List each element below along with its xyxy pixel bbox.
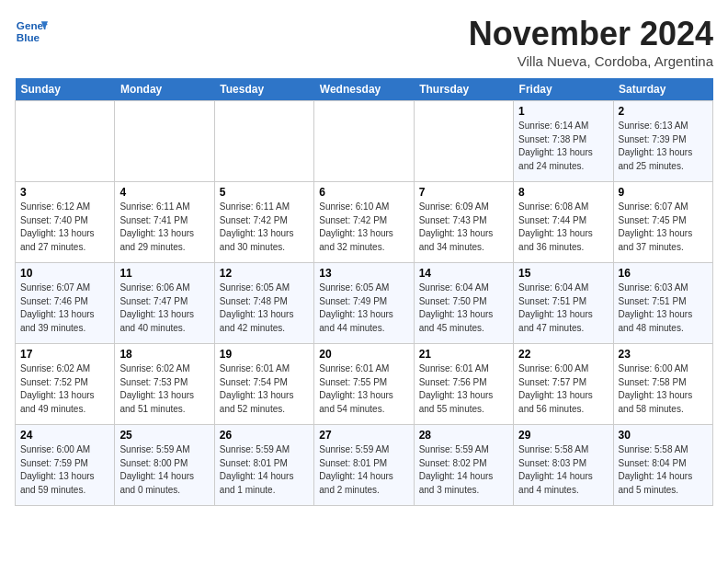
- calendar-cell: 13Sunrise: 6:05 AM Sunset: 7:49 PM Dayli…: [314, 263, 414, 344]
- column-header-monday: Monday: [115, 78, 214, 101]
- calendar-cell: 5Sunrise: 6:11 AM Sunset: 7:42 PM Daylig…: [214, 182, 313, 263]
- day-info: Sunrise: 6:05 AM Sunset: 7:48 PM Dayligh…: [220, 282, 309, 335]
- calendar-cell: 14Sunrise: 6:04 AM Sunset: 7:50 PM Dayli…: [414, 263, 513, 344]
- day-number: 23: [619, 348, 708, 361]
- calendar-cell: [414, 101, 513, 182]
- column-header-thursday: Thursday: [414, 78, 513, 101]
- day-number: 7: [419, 186, 508, 199]
- day-info: Sunrise: 6:07 AM Sunset: 7:45 PM Dayligh…: [619, 201, 708, 254]
- logo-icon: General Blue: [15, 15, 48, 48]
- calendar-week-5: 24Sunrise: 6:00 AM Sunset: 7:59 PM Dayli…: [16, 425, 713, 506]
- day-info: Sunrise: 6:03 AM Sunset: 7:51 PM Dayligh…: [619, 282, 708, 335]
- day-info: Sunrise: 6:05 AM Sunset: 7:49 PM Dayligh…: [319, 282, 408, 335]
- day-info: Sunrise: 5:58 AM Sunset: 8:04 PM Dayligh…: [619, 443, 708, 497]
- day-number: 6: [319, 186, 408, 199]
- day-number: 27: [319, 429, 408, 442]
- calendar-cell: 11Sunrise: 6:06 AM Sunset: 7:47 PM Dayli…: [115, 263, 214, 344]
- day-info: Sunrise: 6:09 AM Sunset: 7:43 PM Dayligh…: [419, 201, 508, 254]
- calendar-cell: 23Sunrise: 6:00 AM Sunset: 7:58 PM Dayli…: [613, 344, 712, 425]
- day-info: Sunrise: 6:00 AM Sunset: 7:59 PM Dayligh…: [20, 443, 109, 497]
- day-info: Sunrise: 6:10 AM Sunset: 7:42 PM Dayligh…: [319, 201, 408, 254]
- calendar-cell: [314, 101, 414, 182]
- calendar-cell: 7Sunrise: 6:09 AM Sunset: 7:43 PM Daylig…: [414, 182, 513, 263]
- calendar-table: SundayMondayTuesdayWednesdayThursdayFrid…: [15, 78, 713, 506]
- calendar-cell: 18Sunrise: 6:02 AM Sunset: 7:53 PM Dayli…: [115, 344, 214, 425]
- day-info: Sunrise: 6:04 AM Sunset: 7:51 PM Dayligh…: [518, 282, 608, 335]
- day-number: 18: [119, 348, 209, 361]
- day-info: Sunrise: 5:59 AM Sunset: 8:00 PM Dayligh…: [119, 443, 209, 497]
- day-info: Sunrise: 6:13 AM Sunset: 7:39 PM Dayligh…: [619, 120, 708, 173]
- day-info: Sunrise: 5:59 AM Sunset: 8:02 PM Dayligh…: [419, 443, 508, 497]
- calendar-cell: 3Sunrise: 6:12 AM Sunset: 7:40 PM Daylig…: [16, 182, 115, 263]
- day-info: Sunrise: 5:58 AM Sunset: 8:03 PM Dayligh…: [518, 443, 608, 497]
- calendar-cell: 22Sunrise: 6:00 AM Sunset: 7:57 PM Dayli…: [514, 344, 613, 425]
- day-info: Sunrise: 6:08 AM Sunset: 7:44 PM Dayligh…: [518, 201, 608, 254]
- day-info: Sunrise: 6:00 AM Sunset: 7:57 PM Dayligh…: [518, 362, 608, 416]
- day-number: 17: [20, 348, 109, 361]
- day-number: 26: [220, 429, 309, 442]
- day-number: 11: [119, 267, 209, 280]
- day-number: 29: [518, 429, 608, 442]
- day-number: 30: [619, 429, 708, 442]
- day-number: 2: [619, 105, 708, 118]
- day-number: 14: [419, 267, 508, 280]
- calendar-week-2: 3Sunrise: 6:12 AM Sunset: 7:40 PM Daylig…: [16, 182, 713, 263]
- day-info: Sunrise: 6:07 AM Sunset: 7:46 PM Dayligh…: [20, 282, 109, 335]
- calendar-cell: 20Sunrise: 6:01 AM Sunset: 7:55 PM Dayli…: [314, 344, 414, 425]
- day-number: 21: [419, 348, 508, 361]
- calendar-header-row: SundayMondayTuesdayWednesdayThursdayFrid…: [16, 78, 713, 101]
- day-number: 22: [518, 348, 608, 361]
- calendar-week-3: 10Sunrise: 6:07 AM Sunset: 7:46 PM Dayli…: [16, 263, 713, 344]
- calendar-cell: 21Sunrise: 6:01 AM Sunset: 7:56 PM Dayli…: [414, 344, 513, 425]
- day-number: 24: [20, 429, 109, 442]
- day-number: 9: [619, 186, 708, 199]
- calendar-cell: 9Sunrise: 6:07 AM Sunset: 7:45 PM Daylig…: [613, 182, 712, 263]
- calendar-cell: 2Sunrise: 6:13 AM Sunset: 7:39 PM Daylig…: [613, 101, 712, 182]
- day-info: Sunrise: 6:11 AM Sunset: 7:42 PM Dayligh…: [220, 201, 309, 254]
- day-number: 3: [20, 186, 109, 199]
- day-info: Sunrise: 6:00 AM Sunset: 7:58 PM Dayligh…: [619, 362, 708, 416]
- calendar-cell: 6Sunrise: 6:10 AM Sunset: 7:42 PM Daylig…: [314, 182, 414, 263]
- calendar-cell: 19Sunrise: 6:01 AM Sunset: 7:54 PM Dayli…: [214, 344, 313, 425]
- calendar-cell: [115, 101, 214, 182]
- calendar-cell: [214, 101, 313, 182]
- svg-text:Blue: Blue: [17, 31, 40, 43]
- day-number: 28: [419, 429, 508, 442]
- calendar-cell: 28Sunrise: 5:59 AM Sunset: 8:02 PM Dayli…: [414, 425, 513, 506]
- day-info: Sunrise: 6:12 AM Sunset: 7:40 PM Dayligh…: [20, 201, 109, 254]
- page-header: General Blue November 2024 Villa Nueva, …: [15, 15, 713, 69]
- calendar-cell: 29Sunrise: 5:58 AM Sunset: 8:03 PM Dayli…: [514, 425, 613, 506]
- day-number: 5: [220, 186, 309, 199]
- calendar-cell: 1Sunrise: 6:14 AM Sunset: 7:38 PM Daylig…: [514, 101, 613, 182]
- calendar-cell: 17Sunrise: 6:02 AM Sunset: 7:52 PM Dayli…: [16, 344, 115, 425]
- day-info: Sunrise: 6:02 AM Sunset: 7:53 PM Dayligh…: [119, 362, 209, 416]
- column-header-friday: Friday: [514, 78, 613, 101]
- month-title: November 2024: [469, 15, 713, 53]
- calendar-cell: 24Sunrise: 6:00 AM Sunset: 7:59 PM Dayli…: [16, 425, 115, 506]
- calendar-cell: 30Sunrise: 5:58 AM Sunset: 8:04 PM Dayli…: [613, 425, 712, 506]
- day-info: Sunrise: 5:59 AM Sunset: 8:01 PM Dayligh…: [319, 443, 408, 497]
- calendar-cell: 10Sunrise: 6:07 AM Sunset: 7:46 PM Dayli…: [16, 263, 115, 344]
- day-info: Sunrise: 6:01 AM Sunset: 7:55 PM Dayligh…: [319, 362, 408, 416]
- day-number: 10: [20, 267, 109, 280]
- day-number: 25: [119, 429, 209, 442]
- logo: General Blue: [15, 15, 48, 48]
- calendar-cell: 8Sunrise: 6:08 AM Sunset: 7:44 PM Daylig…: [514, 182, 613, 263]
- column-header-wednesday: Wednesday: [314, 78, 414, 101]
- calendar-week-1: 1Sunrise: 6:14 AM Sunset: 7:38 PM Daylig…: [16, 101, 713, 182]
- calendar-cell: [16, 101, 115, 182]
- day-info: Sunrise: 6:06 AM Sunset: 7:47 PM Dayligh…: [119, 282, 209, 335]
- calendar-cell: 12Sunrise: 6:05 AM Sunset: 7:48 PM Dayli…: [214, 263, 313, 344]
- column-header-saturday: Saturday: [613, 78, 712, 101]
- day-info: Sunrise: 6:01 AM Sunset: 7:54 PM Dayligh…: [220, 362, 309, 416]
- calendar-cell: 16Sunrise: 6:03 AM Sunset: 7:51 PM Dayli…: [613, 263, 712, 344]
- calendar-cell: 26Sunrise: 5:59 AM Sunset: 8:01 PM Dayli…: [214, 425, 313, 506]
- day-number: 16: [619, 267, 708, 280]
- title-block: November 2024 Villa Nueva, Cordoba, Arge…: [469, 15, 713, 69]
- day-number: 8: [518, 186, 608, 199]
- day-number: 13: [319, 267, 408, 280]
- day-number: 19: [220, 348, 309, 361]
- day-number: 4: [119, 186, 209, 199]
- day-number: 15: [518, 267, 608, 280]
- day-info: Sunrise: 6:04 AM Sunset: 7:50 PM Dayligh…: [419, 282, 508, 335]
